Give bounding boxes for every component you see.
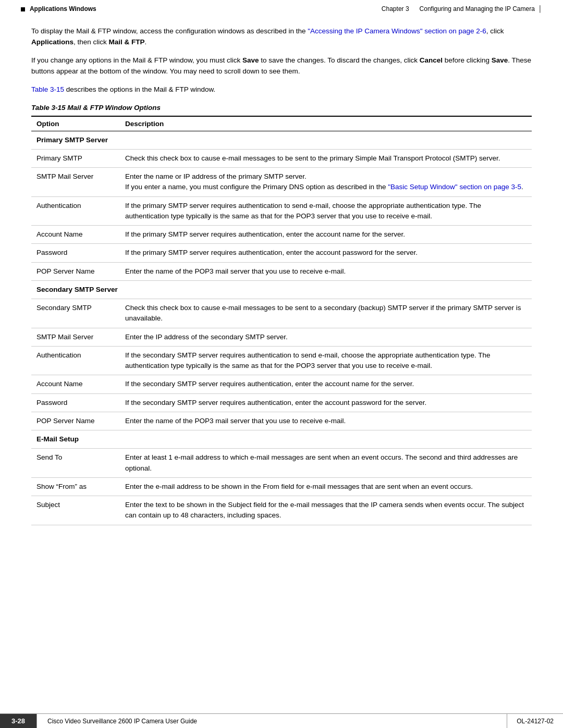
table-cell-description: Enter the name or IP address of the prim… bbox=[120, 168, 532, 197]
table-cell-option: Account Name bbox=[31, 226, 120, 244]
table-cell-description: If the primary SMTP server requires auth… bbox=[120, 244, 532, 262]
table-ref-link[interactable]: Table 3-15 bbox=[31, 85, 64, 93]
footer-guide-title: Cisco Video Surveillance 2600 IP Camera … bbox=[47, 718, 197, 725]
header-chapter-title: Configuring and Managing the IP Camera bbox=[420, 5, 535, 13]
table-cell-option: Authentication bbox=[31, 196, 120, 226]
page-header: Applications Windows Chapter 3 Configuri… bbox=[0, 0, 563, 16]
save-bold-2: Save bbox=[492, 56, 508, 64]
table-ref: Table 3-15 describes the options in the … bbox=[31, 84, 532, 95]
table-cell-description: Check this check box to cause e-mail mes… bbox=[120, 149, 532, 167]
table-cell-description: Enter the IP address of the secondary SM… bbox=[120, 328, 532, 346]
footer-page-number: 3-28 bbox=[0, 714, 36, 728]
table-cell-option: Show “From” as bbox=[31, 477, 120, 496]
section-header-label: Primary SMTP Server bbox=[31, 131, 532, 149]
table-row: Primary SMTPCheck this check box to caus… bbox=[31, 149, 532, 167]
table-cell-option: Password bbox=[31, 244, 120, 262]
col-header-option: Option bbox=[31, 116, 120, 131]
table-row: Send ToEnter at least 1 e-mail address t… bbox=[31, 449, 532, 478]
intro-para-2: If you change any options in the Mail & … bbox=[31, 55, 532, 77]
table-section-header: Primary SMTP Server bbox=[31, 131, 532, 149]
table-caption: Table 3-15 Mail & FTP Window Options bbox=[31, 104, 532, 112]
table-cell-option: POP Server Name bbox=[31, 262, 120, 280]
table-row: POP Server NameEnter the name of the POP… bbox=[31, 412, 532, 430]
table-row: Account NameIf the primary SMTP server r… bbox=[31, 226, 532, 244]
table-cell-option: Primary SMTP bbox=[31, 149, 120, 167]
mail-ftp-bold: Mail & FTP bbox=[109, 38, 145, 46]
table-cell-description: Enter the e-mail address to be shown in … bbox=[120, 477, 532, 496]
table-section-header: E-Mail Setup bbox=[31, 430, 532, 449]
main-content: To display the Mail & FTP window, access… bbox=[0, 16, 563, 567]
table-cell-description: Enter at least 1 e-mail address to which… bbox=[120, 449, 532, 478]
table-cell-option: SMTP Mail Server bbox=[31, 328, 120, 346]
table-row: Account NameIf the secondary SMTP server… bbox=[31, 375, 532, 393]
footer-center-text: Cisco Video Surveillance 2600 IP Camera … bbox=[36, 714, 507, 728]
description-link[interactable]: "Basic Setup Window" section on page 3-5 bbox=[388, 183, 521, 191]
section-header-label: E-Mail Setup bbox=[31, 430, 532, 449]
table-row: POP Server NameEnter the name of the POP… bbox=[31, 262, 532, 280]
table-cell-description: Enter the name of the POP3 mail server t… bbox=[120, 412, 532, 430]
table-row: PasswordIf the secondary SMTP server req… bbox=[31, 393, 532, 412]
table-cell-description: Check this check box to cause e-mail mes… bbox=[120, 299, 532, 328]
table-header-row: Option Description bbox=[31, 116, 532, 131]
table-row: SMTP Mail ServerEnter the name or IP add… bbox=[31, 168, 532, 197]
table-cell-option: POP Server Name bbox=[31, 412, 120, 430]
header-square-icon bbox=[21, 7, 25, 11]
table-row: AuthenticationIf the secondary SMTP serv… bbox=[31, 346, 532, 375]
header-left: Applications Windows bbox=[21, 5, 96, 13]
header-right: Chapter 3 Configuring and Managing the I… bbox=[382, 5, 542, 13]
accessing-windows-link[interactable]: "Accessing the IP Camera Windows" sectio… bbox=[308, 27, 486, 35]
header-left-label: Applications Windows bbox=[30, 5, 96, 13]
table-cell-option: Subject bbox=[31, 496, 120, 525]
page-number-text: 3-28 bbox=[11, 717, 25, 725]
table-cell-description: If the primary SMTP server requires auth… bbox=[120, 226, 532, 244]
options-table: Option Description Primary SMTP ServerPr… bbox=[31, 116, 532, 525]
table-row: SubjectEnter the text to be shown in the… bbox=[31, 496, 532, 525]
section-header-label: Secondary SMTP Server bbox=[31, 280, 532, 299]
save-bold-1: Save bbox=[242, 56, 259, 64]
table-cell-option: Authentication bbox=[31, 346, 120, 375]
applications-bold: Applications bbox=[31, 38, 74, 46]
table-cell-description: If the primary SMTP server requires auth… bbox=[120, 196, 532, 226]
table-cell-option: Send To bbox=[31, 449, 120, 478]
cancel-bold: Cancel bbox=[420, 56, 443, 64]
table-cell-description: If the secondary SMTP server requires au… bbox=[120, 375, 532, 393]
table-cell-option: SMTP Mail Server bbox=[31, 168, 120, 197]
intro-para-1: To display the Mail & FTP window, access… bbox=[31, 26, 532, 48]
table-row: AuthenticationIf the primary SMTP server… bbox=[31, 196, 532, 226]
table-cell-description: Enter the name of the POP3 mail server t… bbox=[120, 262, 532, 280]
table-cell-description: If the secondary SMTP server requires au… bbox=[120, 393, 532, 412]
table-cell-description: If the secondary SMTP server requires au… bbox=[120, 346, 532, 375]
table-cell-description: Enter the text to be shown in the Subjec… bbox=[120, 496, 532, 525]
table-caption-text: Table 3-15 Mail & FTP Window Options bbox=[31, 104, 161, 112]
table-row: Show “From” asEnter the e-mail address t… bbox=[31, 477, 532, 496]
col-header-description: Description bbox=[120, 116, 532, 131]
table-row: SMTP Mail ServerEnter the IP address of … bbox=[31, 328, 532, 346]
page-footer: 3-28 Cisco Video Surveillance 2600 IP Ca… bbox=[0, 713, 563, 728]
table-cell-option: Secondary SMTP bbox=[31, 299, 120, 328]
footer-ol-number: OL-24127-02 bbox=[517, 718, 554, 725]
table-cell-option: Account Name bbox=[31, 375, 120, 393]
table-row: PasswordIf the primary SMTP server requi… bbox=[31, 244, 532, 262]
table-section-header: Secondary SMTP Server bbox=[31, 280, 532, 299]
header-chapter: Chapter 3 bbox=[382, 5, 409, 13]
footer-doc-number: OL-24127-02 bbox=[507, 714, 563, 728]
table-row: Secondary SMTPCheck this check box to ca… bbox=[31, 299, 532, 328]
table-cell-option: Password bbox=[31, 393, 120, 412]
